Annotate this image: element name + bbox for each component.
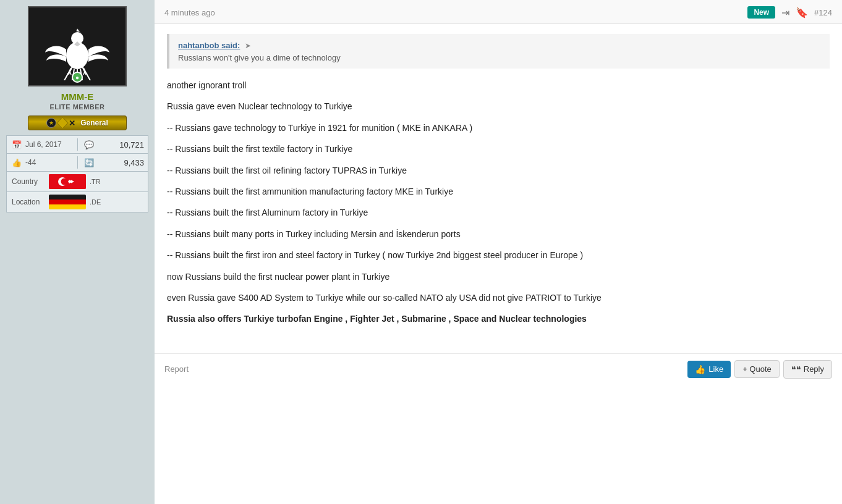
post-line-7: -- Russians built the first Aluminum fac… [167,206,830,219]
quote-block: nahtanbob said: ➤ Russians won't give yo… [167,34,830,69]
bookmark-icon[interactable]: 🔖 [796,7,808,19]
reactions-count: 9,433 [98,158,145,167]
like-label: Like [708,364,723,374]
quote-label: + Quote [742,364,772,374]
post-footer: Report 👍 Like + Quote ❝❝ Reply [155,353,842,385]
sidebar: ☽ ★ ● MMM-E ELITE MEMBER [0,0,155,504]
location-flag-container: .DE [49,195,101,209]
user-rank: ELITE MEMBER [49,103,104,111]
badge-circle: ★ [46,118,56,128]
post-body: nahtanbob said: ➤ Russians won't give yo… [155,24,842,343]
post-line-6: -- Russians built the first ammunition m… [167,185,830,198]
svg-point-15 [61,178,68,185]
badge-icons: ★ ✕ [46,118,75,128]
share-icon[interactable]: ⇥ [781,7,789,19]
quote-author[interactable]: nahtanbob said: [178,41,240,50]
report-link[interactable]: Report [164,364,189,374]
country-label: Country [12,177,49,186]
reply-label: Reply [804,364,824,374]
join-date: Jul 6, 2017 [25,140,72,149]
post-line-9: -- Russians built the first iron and ste… [167,248,830,262]
badge-x: ✕ [69,119,75,128]
location-row: Location .DE [7,192,148,212]
svg-line-8 [70,72,71,75]
message-icon: 💬 [83,138,95,151]
quote-header: nahtanbob said: ➤ [178,40,821,50]
post-line-4: -- Russians built the first textile fact… [167,142,830,156]
user-stats: 📅 Jul 6, 2017 💬 10,721 👍 -44 🔄 9,433 Cou… [6,135,148,212]
reactions-icon: 🔄 [83,156,95,169]
post-line-3: -- Russians gave technology to Turkiye i… [167,121,830,135]
footer-actions: 👍 Like + Quote ❝❝ Reply [687,360,832,379]
post-line-5: -- Russians built the first oil refining… [167,164,830,177]
country-code: .TR [90,178,101,185]
post-content: another ignorant troll Russia gave even … [167,78,830,326]
post-line-2: Russia gave even Nuclear technology to T… [167,99,830,113]
join-date-row: 📅 Jul 6, 2017 💬 10,721 [7,136,148,154]
quote-arrow-icon: ➤ [245,41,251,50]
country-row: Country .TR [7,172,148,192]
reply-button[interactable]: ❝❝ Reply [783,360,832,379]
main-content: 4 minutes ago New ⇥ 🔖 #124 nahtanbob sai… [155,0,842,504]
quote-button[interactable]: + Quote [734,360,780,378]
post-header: 4 minutes ago New ⇥ 🔖 #124 [155,0,842,24]
new-badge: New [747,6,775,19]
reply-icon: ❝❝ [791,364,801,374]
post-count: 10,721 [98,140,145,149]
rank-badge: ★ ✕ General [28,116,127,130]
post-time: 4 minutes ago [164,8,215,17]
de-stripe-red [49,200,86,204]
country-flag [49,174,86,189]
country-flag-container: .TR [49,174,101,189]
badge-diamond [56,117,69,129]
like-button[interactable]: 👍 Like [687,361,731,378]
post-number: #124 [814,8,832,17]
avatar: ☽ ★ ● [28,6,127,86]
like-icon: 👍 [11,156,23,169]
calendar-icon: 📅 [11,138,23,151]
thumbs-up-icon: 👍 [695,364,705,374]
post-actions: New ⇥ 🔖 #124 [747,6,832,19]
de-stripe-black [49,195,86,200]
svg-text:★: ★ [75,28,80,33]
online-indicator: ● [72,72,83,83]
post-line-8: -- Russians built many ports in Turkey i… [167,227,830,241]
likes-row: 👍 -44 🔄 9,433 [7,154,148,172]
location-code: .DE [90,198,101,206]
badge-label: General [80,119,108,127]
post-line-10: now Russians build the first nuclear pow… [167,270,830,284]
location-label: Location [12,198,49,206]
de-stripe-gold [49,204,86,209]
username[interactable]: MMM-E [61,91,94,102]
svg-line-12 [83,72,85,75]
quote-text: Russians won't give you a dime of techno… [178,53,821,62]
post-line-1: another ignorant troll [167,78,830,92]
location-flag [49,195,86,209]
avatar-image: ☽ ★ [40,12,114,80]
tr-flag-svg [49,174,86,189]
post-bold-line: Russia also offers Turkiye turbofan Engi… [167,312,830,326]
post-line-11: even Russia gave S400 AD System to Turki… [167,291,830,304]
likes-count: -44 [25,158,72,167]
